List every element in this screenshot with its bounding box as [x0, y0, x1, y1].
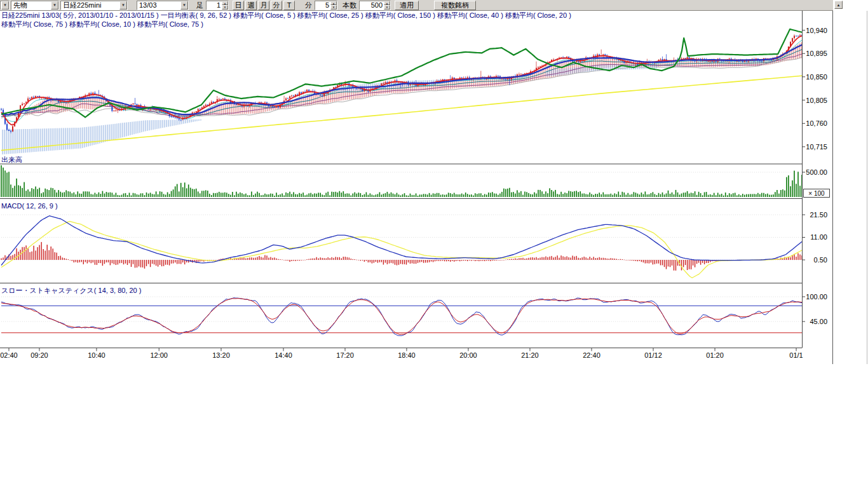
scroll-up-button[interactable]: ▲: [834, 1, 843, 9]
macd-axis-label: 11.00: [810, 233, 827, 241]
apply-button[interactable]: 適用: [395, 1, 419, 10]
stoch-axis-label: 45.00: [810, 318, 827, 325]
time-axis-label: 21:20: [521, 351, 539, 359]
instrument-type-dropdown[interactable]: 先物 ▼: [11, 1, 59, 10]
interval-spinner[interactable]: 1 ▲▼: [206, 1, 229, 10]
contract-month-value: 13/03: [139, 1, 157, 9]
ichimoku-cloud-band: [1, 119, 201, 155]
price-axis-label: 10,760: [806, 119, 827, 127]
multi-symbol-button[interactable]: 複数銘柄: [434, 1, 476, 10]
price-panel: [1, 29, 803, 154]
period-day-button[interactable]: 日: [233, 1, 244, 10]
minutes-value: 5: [315, 1, 330, 9]
edge-dropdown-stub[interactable]: ▼: [0, 1, 10, 10]
price-axis-label: 10,850: [806, 73, 827, 81]
time-axis-label: 22:40: [583, 351, 600, 359]
timeframe-label: 足: [196, 1, 203, 10]
time-axis-label: 18:40: [398, 351, 416, 359]
time-axis-label: 01/1: [789, 351, 803, 359]
period-minute-button[interactable]: 分: [271, 1, 282, 10]
instrument-type-value: 先物: [13, 1, 27, 10]
time-axis-label: 02:40: [0, 351, 18, 359]
bars-value: 500: [360, 1, 384, 9]
stoch-panel: [1, 297, 802, 336]
time-axis-label: 09:20: [31, 351, 48, 359]
time-axis-label: 01/12: [644, 351, 662, 359]
price-axis-label: 10,715: [806, 143, 827, 151]
volume-multiplier-label: × 100: [808, 190, 825, 197]
price-axis-label: 10,805: [806, 97, 827, 104]
main-toolbar: ▼ 先物 ▼ 日経225mini ▼ 13/03 ▼ 足 1 ▲▼ 日 週 月 …: [0, 0, 833, 11]
macd-panel: [1, 215, 802, 278]
time-axis-label: 17:20: [336, 351, 354, 359]
minutes-spinner[interactable]: 5 ▲▼: [315, 1, 337, 10]
time-axis-label: 20:00: [459, 351, 477, 359]
dropdown-arrow-icon: ▼: [119, 1, 127, 10]
x-axis: 02:4009:2010:4012:0013:2014:4017:2018:40…: [0, 348, 803, 360]
time-axis-label: 14:40: [275, 351, 292, 359]
spinner-arrows-icon[interactable]: ▲▼: [384, 1, 390, 10]
spinner-arrows-icon[interactable]: ▲▼: [222, 1, 228, 10]
macd-panel-title: MACD( 12, 26, 9 ): [1, 202, 58, 210]
interval-value: 1: [207, 1, 222, 9]
volume-panel: [1, 165, 803, 197]
volume-axis-label: 500.00: [806, 168, 827, 176]
stoch-panel-title: スロー・ストキャスティクス( 14, 3, 80, 20 ): [1, 287, 141, 294]
symbol-dropdown[interactable]: 日経225mini ▼: [60, 1, 128, 10]
stoch-axis-label: 100.00: [806, 293, 827, 301]
spinner-arrows-icon[interactable]: ▲▼: [330, 1, 337, 10]
contract-month-dropdown[interactable]: 13/03 ▼: [137, 1, 189, 10]
panel-titles: 日経225mini 13/03( 5分, 2013/01/10 - 2013/0…: [1, 11, 571, 294]
indicator-header-line1: 日経225mini 13/03( 5分, 2013/01/10 - 2013/0…: [1, 11, 571, 19]
time-axis-label: 12:00: [150, 351, 168, 359]
time-axis-label: 13:20: [212, 351, 230, 359]
macd-axis-label: 0.50: [814, 256, 827, 264]
stoch-k-line: [1, 298, 802, 336]
minutes-label: 分: [305, 1, 312, 10]
period-month-button[interactable]: 月: [258, 1, 269, 10]
price-axis-label: 10,940: [806, 27, 827, 34]
indicator-header-line2: 移動平均( Close, 75 ) 移動平均( Close, 10 ) 移動平均…: [1, 20, 203, 28]
chart-canvas[interactable]: 10,94010,89510,85010,80510,76010,715500.…: [0, 11, 868, 488]
bars-label: 本数: [342, 1, 356, 10]
dropdown-arrow-icon: ▼: [51, 1, 58, 10]
period-tick-button[interactable]: T: [283, 1, 295, 10]
ichimoku-cloud-band: [25, 42, 802, 116]
time-axis-label: 10:40: [88, 351, 105, 359]
macd-axis-label: 21.50: [810, 211, 827, 219]
stoch-d-line: [1, 299, 802, 335]
period-week-button[interactable]: 週: [245, 1, 257, 10]
price-axis-label: 10,895: [806, 50, 827, 57]
dropdown-arrow-icon: ▼: [1, 1, 9, 10]
symbol-value: 日経225mini: [63, 1, 102, 10]
macd-line: [1, 216, 802, 266]
bars-spinner[interactable]: 500 ▲▼: [359, 1, 391, 10]
dropdown-arrow-icon: ▼: [180, 1, 188, 10]
volume-panel-title: 出来高: [1, 156, 22, 163]
y-axis-labels: 10,94010,89510,85010,80510,76010,715500.…: [802, 27, 830, 325]
time-axis-label: 01:20: [706, 351, 724, 359]
